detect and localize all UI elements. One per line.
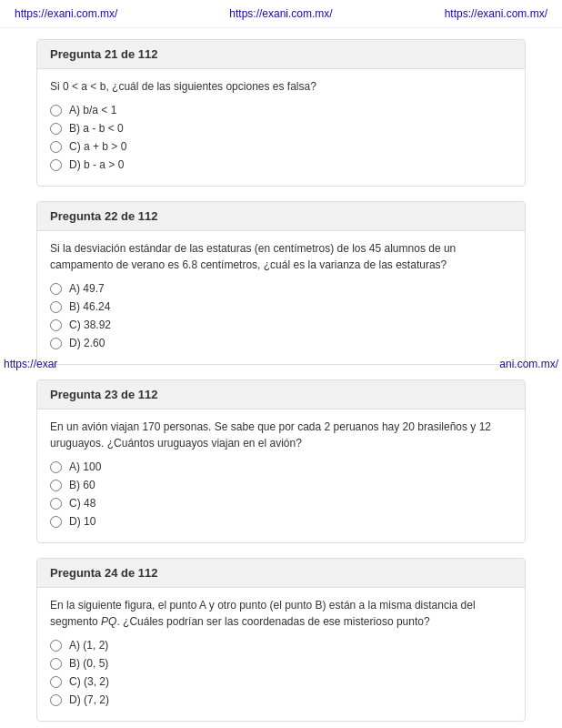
question-block-24: Pregunta 24 de 112 En la siguiente figur… bbox=[36, 558, 526, 722]
option-label-24-b: B) (0, 5) bbox=[69, 657, 108, 670]
radio-24-a[interactable] bbox=[50, 640, 62, 652]
question-title-21: Pregunta 21 de 112 bbox=[37, 40, 525, 69]
radio-22-c[interactable] bbox=[50, 319, 62, 331]
radio-22-a[interactable] bbox=[50, 283, 62, 295]
option-label-22-b: B) 46.24 bbox=[69, 300, 110, 313]
option-label-23-a: A) 100 bbox=[69, 460, 101, 473]
option-label-22-c: C) 38.92 bbox=[69, 318, 111, 331]
question-body-21: Si 0 < a < b, ¿cuál de las siguientes op… bbox=[37, 69, 525, 186]
radio-23-b[interactable] bbox=[50, 480, 62, 491]
question-title-24: Pregunta 24 de 112 bbox=[37, 559, 525, 588]
options-list-23: A) 100 B) 60 C) 48 D) 10 bbox=[50, 460, 512, 528]
option-23-b[interactable]: B) 60 bbox=[50, 479, 512, 491]
option-label-24-d: D) (7, 2) bbox=[69, 693, 109, 706]
question-title-23: Pregunta 23 de 112 bbox=[37, 380, 525, 410]
option-22-a[interactable]: A) 49.7 bbox=[50, 282, 512, 295]
option-22-b[interactable]: B) 46.24 bbox=[50, 300, 512, 313]
option-24-d[interactable]: D) (7, 2) bbox=[50, 693, 512, 706]
options-list-21: A) b/a < 1 B) a - b < 0 C) a + b > 0 D) … bbox=[50, 104, 512, 171]
option-label-21-b: B) a - b < 0 bbox=[69, 122, 124, 135]
option-23-a[interactable]: A) 100 bbox=[50, 460, 512, 473]
question-body-24: En la siguiente figura, el punto A y otr… bbox=[37, 588, 525, 721]
options-list-22: A) 49.7 B) 46.24 C) 38.92 D) 2.60 bbox=[50, 282, 512, 349]
radio-24-c[interactable] bbox=[50, 676, 62, 688]
radio-22-b[interactable] bbox=[50, 301, 62, 313]
side-label-right: ani.com.mx/ bbox=[496, 354, 562, 374]
radio-23-d[interactable] bbox=[50, 516, 62, 528]
option-23-c[interactable]: C) 48 bbox=[50, 497, 512, 510]
option-label-21-c: C) a + b > 0 bbox=[69, 140, 126, 153]
radio-21-d[interactable] bbox=[50, 159, 62, 171]
question-body-23: En un avión viajan 170 personas. Se sabe… bbox=[37, 410, 525, 542]
option-label-23-c: C) 48 bbox=[69, 497, 95, 510]
option-21-c[interactable]: C) a + b > 0 bbox=[50, 140, 512, 153]
option-label-24-c: C) (3, 2) bbox=[69, 675, 109, 688]
question-block-22: Pregunta 22 de 112 Si la desviación está… bbox=[36, 201, 526, 365]
question-body-22: Si la desviación estándar de las estatur… bbox=[37, 231, 525, 364]
question-text-24: En la siguiente figura, el punto A y otr… bbox=[50, 597, 512, 630]
question-block-21: Pregunta 21 de 112 Si 0 < a < b, ¿cuál d… bbox=[36, 39, 526, 187]
option-22-c[interactable]: C) 38.92 bbox=[50, 318, 512, 331]
header-link-1[interactable]: https://exani.com.mx/ bbox=[15, 7, 117, 20]
radio-24-d[interactable] bbox=[50, 694, 62, 706]
main-content: Pregunta 21 de 112 Si 0 < a < b, ¿cuál d… bbox=[0, 28, 562, 728]
radio-24-b[interactable] bbox=[50, 658, 62, 670]
option-label-22-a: A) 49.7 bbox=[69, 282, 105, 295]
radio-22-d[interactable] bbox=[50, 338, 62, 349]
header-link-2[interactable]: https://exani.com.mx/ bbox=[229, 7, 332, 20]
options-list-24: A) (1, 2) B) (0, 5) C) (3, 2) D) (7, 2) bbox=[50, 639, 512, 706]
option-label-21-a: A) b/a < 1 bbox=[69, 104, 116, 116]
radio-21-c[interactable] bbox=[50, 141, 62, 153]
question-text-22: Si la desviación estándar de las estatur… bbox=[50, 240, 512, 273]
question-title-22: Pregunta 22 de 112 bbox=[37, 202, 525, 231]
option-label-21-d: D) b - a > 0 bbox=[69, 158, 124, 171]
radio-21-a[interactable] bbox=[50, 105, 62, 116]
option-label-22-d: D) 2.60 bbox=[69, 337, 105, 349]
question-text-23: En un avión viajan 170 personas. Se sabe… bbox=[50, 419, 512, 451]
option-21-a[interactable]: A) b/a < 1 bbox=[50, 104, 512, 116]
option-label-24-a: A) (1, 2) bbox=[69, 639, 108, 652]
option-24-a[interactable]: A) (1, 2) bbox=[50, 639, 512, 652]
option-24-c[interactable]: C) (3, 2) bbox=[50, 675, 512, 688]
radio-23-a[interactable] bbox=[50, 461, 62, 473]
option-23-d[interactable]: D) 10 bbox=[50, 515, 512, 528]
header-link-3[interactable]: https://exani.com.mx/ bbox=[445, 7, 547, 20]
option-24-b[interactable]: B) (0, 5) bbox=[50, 657, 512, 670]
option-label-23-b: B) 60 bbox=[69, 479, 95, 491]
radio-21-b[interactable] bbox=[50, 123, 62, 135]
option-22-d[interactable]: D) 2.60 bbox=[50, 337, 512, 349]
radio-23-c[interactable] bbox=[50, 498, 62, 510]
header-bar: https://exani.com.mx/ https://exani.com.… bbox=[0, 0, 562, 28]
option-label-23-d: D) 10 bbox=[69, 515, 95, 528]
option-21-b[interactable]: B) a - b < 0 bbox=[50, 122, 512, 135]
side-label-left: https://exar bbox=[0, 354, 61, 374]
question-block-23: Pregunta 23 de 112 En un avión viajan 17… bbox=[36, 379, 526, 543]
question-text-21: Si 0 < a < b, ¿cuál de las siguientes op… bbox=[50, 78, 512, 95]
option-21-d[interactable]: D) b - a > 0 bbox=[50, 158, 512, 171]
